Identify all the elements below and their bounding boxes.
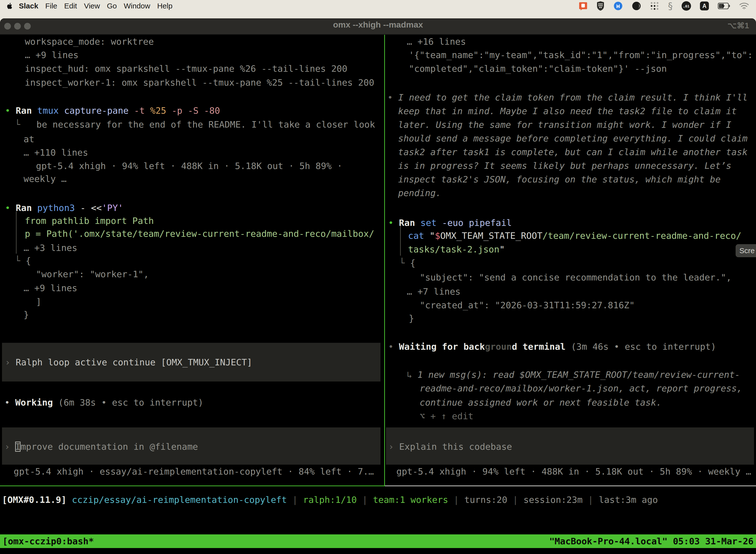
terminal-line: is in progress? It seems likely but perh… — [398, 159, 732, 172]
terminal-line: … +3 lines — [23, 241, 77, 255]
badge-bolt-icon[interactable] — [613, 1, 623, 11]
tree-guide-line — [16, 212, 17, 254]
terminal-line: … +110 lines — [23, 146, 88, 159]
dots-grid-icon[interactable] — [650, 1, 659, 10]
apple-menu-icon[interactable] — [6, 2, 12, 10]
menu-status-icons: § ..61 A — [579, 0, 756, 11]
terminal-line: task2 after task1 is complete, but can I… — [398, 145, 748, 159]
terminal-line: └ { — [399, 256, 416, 270]
terminal-line: ⌥ + ↑ edit — [420, 409, 474, 423]
macos-screen: SlackFileEditViewGoWindowHelp § ..61 A — [0, 0, 756, 554]
terminal-line: cat "$OMX_TEAM_STATE_ROOT/team/review-cu… — [408, 229, 741, 242]
terminal-line: weekly … — [23, 172, 66, 186]
menu-item-slack[interactable]: Slack — [19, 2, 38, 10]
window-title: omx --xhigh --madmax — [0, 20, 756, 30]
ralph-injected-message: › Ralph loop active continue [OMX_TMUX_I… — [5, 355, 252, 369]
menu-item-window[interactable]: Window — [124, 2, 150, 10]
terminal-line: readme-and-reco/mailbox/worker-1.json, a… — [420, 382, 742, 395]
terminal-line: └ { — [15, 254, 31, 268]
terminal-line: "worker": "worker-1", — [36, 267, 149, 281]
chat-icon[interactable] — [579, 1, 587, 10]
shield-grid-icon[interactable] — [596, 1, 605, 11]
terminal-line: pending. — [398, 186, 441, 200]
terminal-line: … +16 lines — [407, 35, 466, 48]
terminal-line: p = Path('.omx/state/team/review-current… — [25, 227, 374, 240]
menu-item-go[interactable]: Go — [107, 2, 117, 10]
omx-status-line: [OMX#0.11.9] cczip/essay/ai-reimplementa… — [2, 493, 658, 507]
menu-item-file[interactable]: File — [45, 2, 57, 10]
terminal-line: … +9 lines — [23, 281, 77, 295]
terminal-line: └ be necessary for the end of the README… — [15, 118, 375, 131]
menu-bar: SlackFileEditViewGoWindowHelp § ..61 A — [0, 0, 756, 12]
thinking-text: • I need to get the claim token from the… — [387, 91, 748, 104]
tmux-session-name: [omx-cczip0:bash* — [2, 535, 94, 548]
terminal-line: inspect task2's JSON, focusing on the st… — [398, 172, 720, 186]
left-usage-status: gpt-5.4 xhigh · essay/ai-reimplementatio… — [14, 465, 374, 478]
menu-item-help[interactable]: Help — [157, 2, 173, 10]
input-source-icon[interactable]: A — [700, 1, 709, 10]
terminal-line: } — [23, 308, 29, 321]
terminal-line: keep that in mind. Maybe I also need the… — [398, 104, 737, 118]
crescent-icon[interactable] — [632, 1, 641, 11]
terminal-line: continue assigned work or next feasible … — [420, 396, 662, 409]
terminal-line: } — [409, 312, 414, 325]
terminal-line: '{"team_name":"my-team","task_id":"1","f… — [409, 48, 753, 62]
terminal-line: tasks/task-2.json" — [408, 242, 505, 256]
tmux-host-time: "MacBook-Pro-44.local" 05:03 31-Mar-26 — [549, 535, 754, 548]
terminal-line: inspect_hud: omx sparkshell --tmux-pane … — [25, 62, 347, 75]
window-shortcut-badge: ⌥⌘1 — [728, 21, 749, 30]
terminal-line: "subject": "send a concise recommendatio… — [420, 271, 732, 284]
tmux-status-bar: [omx-cczip0:bash* "MacBook-Pro-44.local"… — [0, 535, 756, 548]
terminal-line: ] — [36, 295, 42, 309]
terminal-line: inspect_worker-1: omx sparkshell --tmux-… — [25, 76, 374, 89]
menu-item-edit[interactable]: Edit — [64, 2, 77, 10]
working-status: • Working (6m 38s • esc to interrupt) — [4, 396, 203, 409]
left-pane-border — [0, 486, 385, 486]
squiggle-icon[interactable]: § — [668, 0, 673, 11]
waiting-status: • Waiting for background terminal (3m 46… — [388, 340, 716, 353]
terminal-line: should send a message before completing … — [398, 131, 748, 145]
terminal-line: workspace_mode: worktree — [25, 35, 154, 48]
terminal-line: gpt-5.4 xhigh · 94% left · 488K in · 5.1… — [36, 159, 342, 173]
menu-item-view[interactable]: View — [84, 2, 100, 10]
terminal-line: … +9 lines — [25, 48, 79, 62]
right-usage-status: gpt-5.4 xhigh · 94% left · 488K in · 5.1… — [396, 465, 751, 478]
menu-items: SlackFileEditViewGoWindowHelp — [15, 2, 176, 10]
terminal-line: from pathlib import Path — [25, 214, 154, 228]
ran-cat-command: • Ran set -euo pipefail — [388, 216, 512, 230]
screen-tooltip: Scre — [736, 244, 756, 257]
terminal-line: at — [23, 132, 34, 146]
terminal-line: … +7 lines — [407, 285, 460, 298]
left-input-placeholder: › Improve documentation in @filename — [4, 440, 198, 453]
battery-icon[interactable] — [718, 3, 730, 9]
terminal-line: "completed","claim_token":"claim-token"}… — [409, 62, 667, 75]
terminal-line: later. Using the same for transition mig… — [398, 118, 732, 131]
right-input-placeholder: › Explain this codebase — [388, 440, 512, 453]
wifi-icon[interactable] — [739, 2, 749, 10]
terminal-line: "created_at": "2026-03-31T11:59:27.816Z" — [420, 298, 635, 312]
right-pane-border — [385, 486, 756, 486]
badge-61-icon[interactable]: ..61 — [682, 1, 691, 11]
new-message-note: ↳ 1 new msg(s): read $OMX_TEAM_STATE_ROO… — [407, 368, 740, 382]
pane-divider[interactable] — [384, 35, 385, 486]
ran-tmux-command: • Ran tmux capture-pane -t %25 -p -S -80 — [5, 104, 220, 117]
ran-python-command: • Ran python3 - <<'PY' — [5, 201, 123, 215]
